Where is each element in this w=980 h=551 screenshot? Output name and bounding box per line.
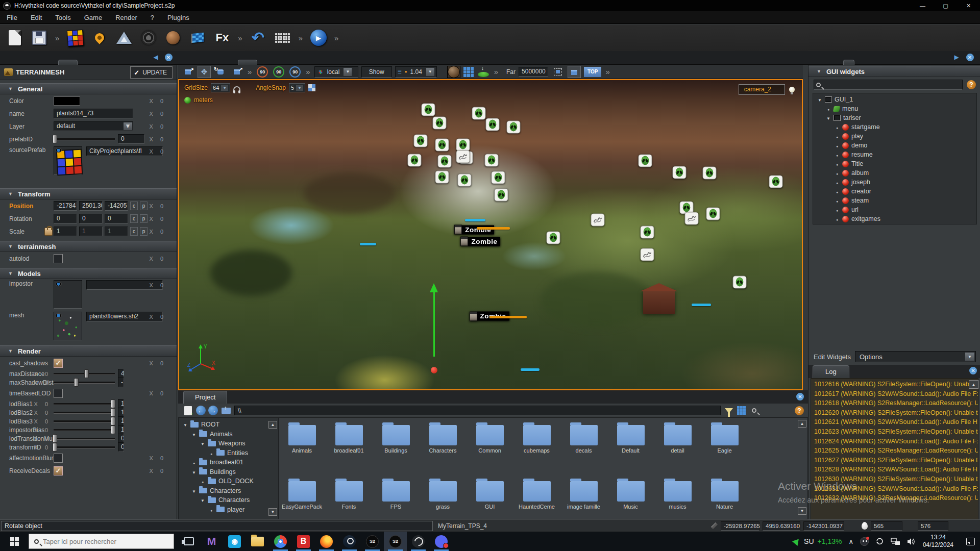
zoom-dropdown[interactable]: ☰ ● 1.04 ▼ bbox=[395, 66, 437, 78]
project-tree-item[interactable]: OLD_DOCK bbox=[179, 477, 278, 486]
grid-scroll-up[interactable]: ▲ bbox=[798, 420, 806, 428]
rotate-90-y-button[interactable]: 90 bbox=[272, 66, 285, 78]
rotate-90-z-button[interactable]: 90 bbox=[288, 66, 302, 78]
rotation-y[interactable]: 0 bbox=[79, 214, 103, 223]
asset-folder[interactable]: detail bbox=[664, 425, 692, 454]
entity-marker-icon[interactable] bbox=[408, 154, 422, 166]
paste-button[interactable]: p bbox=[140, 227, 148, 236]
close-project-icon[interactable]: ✕ bbox=[796, 393, 804, 400]
taskbar-app-obs[interactable] bbox=[407, 532, 430, 551]
section-general[interactable]: ▼ General bbox=[0, 83, 177, 94]
zombie-label[interactable]: Zombie bbox=[460, 237, 500, 246]
drop-to-ground-button[interactable] bbox=[477, 66, 490, 78]
frame-selected-button[interactable] bbox=[551, 66, 565, 78]
path-field[interactable]: \\ bbox=[234, 406, 721, 415]
taskbar-app-steam[interactable] bbox=[338, 532, 361, 551]
project-tree-item[interactable]: Characters bbox=[179, 495, 278, 505]
volume-icon[interactable] bbox=[907, 538, 916, 545]
menu-item[interactable]: Plugins bbox=[161, 14, 196, 21]
prefab-cube-button[interactable] bbox=[65, 28, 85, 47]
toolbar-overflow-icon[interactable]: » bbox=[247, 67, 253, 76]
widget-tree-item[interactable]: demo bbox=[813, 141, 976, 150]
paste-button[interactable]: p bbox=[140, 214, 148, 223]
toolbar-overflow-icon[interactable]: » bbox=[305, 67, 311, 76]
visibility-eye-icon[interactable] bbox=[55, 313, 62, 318]
visibility-eye-icon[interactable] bbox=[55, 148, 62, 153]
property-checkbox[interactable]: ✓ bbox=[54, 359, 63, 368]
taskbar-app-task-view[interactable] bbox=[177, 532, 200, 551]
log-entry[interactable]: 1012625 (WARNING) S2ResManager::LoadReso… bbox=[814, 447, 978, 457]
section-terrainmesh[interactable]: ▼ terrainmesh bbox=[0, 241, 177, 252]
toolbar-overflow-icon[interactable]: » bbox=[604, 67, 610, 76]
tree-bullet-icon[interactable] bbox=[200, 478, 205, 485]
asset-folder[interactable]: FPS bbox=[382, 481, 410, 510]
widget-tree-item[interactable]: resume bbox=[813, 150, 976, 159]
tree-bullet-icon[interactable] bbox=[183, 421, 188, 428]
asset-folder[interactable]: GUI bbox=[476, 481, 504, 510]
taskbar-app-discord[interactable] bbox=[430, 532, 453, 551]
left-panel-tab[interactable] bbox=[21, 60, 40, 65]
log-entry[interactable]: 1012632 (WARNING) S2ResManager::LoadReso… bbox=[814, 494, 978, 504]
widget-tree-item[interactable]: startgame bbox=[813, 122, 976, 132]
entity-marker-icon[interactable] bbox=[414, 135, 428, 147]
tree-bullet-icon[interactable] bbox=[826, 105, 831, 112]
property-checkbox[interactable]: ✓ bbox=[54, 454, 63, 463]
log-entry[interactable]: 1012620 (WARNING) S2FileSystem::FileOpen… bbox=[814, 409, 978, 419]
viewport-tab[interactable] bbox=[238, 60, 257, 65]
asset-folder[interactable]: Buildings bbox=[382, 425, 410, 454]
update-button[interactable]: ✓ UPDATE bbox=[130, 66, 173, 79]
paste-button[interactable]: p bbox=[140, 202, 148, 210]
layer-dropdown[interactable]: default ▼ bbox=[54, 121, 133, 131]
menu-item[interactable]: ? bbox=[144, 14, 161, 21]
property-slider[interactable] bbox=[54, 408, 115, 417]
widget-tree-item[interactable]: GUI_1 bbox=[813, 95, 976, 104]
select-tool-button[interactable]: ↗ bbox=[181, 66, 194, 78]
entity-marker-icon[interactable] bbox=[733, 276, 747, 288]
tree-bullet-icon[interactable] bbox=[200, 496, 205, 504]
asset-folder[interactable]: broadleaf01 bbox=[335, 425, 363, 454]
project-tree-item[interactable]: Entities bbox=[179, 448, 278, 458]
scale-y[interactable]: 1 bbox=[79, 227, 103, 236]
toolbar-overflow-icon[interactable]: » bbox=[237, 34, 243, 42]
keyboard-button[interactable] bbox=[273, 28, 292, 47]
property-checkbox[interactable]: ✓ bbox=[54, 389, 63, 398]
viewport-tab[interactable] bbox=[219, 60, 238, 65]
headphones-icon[interactable] bbox=[233, 86, 240, 91]
entity-marker-icon[interactable] bbox=[422, 104, 435, 116]
widget-tree-item[interactable]: creator bbox=[813, 187, 976, 196]
name-field[interactable]: plants014_73 bbox=[54, 109, 133, 118]
asset-folder[interactable]: Fonts bbox=[335, 481, 363, 510]
entity-marker-icon[interactable] bbox=[485, 118, 499, 131]
widget-tree-item[interactable]: url bbox=[813, 205, 976, 214]
taskbar-app-app-eye[interactable]: ◉ bbox=[223, 532, 246, 551]
log-entry[interactable]: 1012616 (WARNING) S2FileSystem::FileOpen… bbox=[814, 381, 978, 390]
forward-button[interactable]: → bbox=[208, 406, 218, 415]
copy-button[interactable]: c bbox=[130, 202, 138, 210]
taskbar-search[interactable] bbox=[29, 534, 174, 549]
entity-marker-icon[interactable] bbox=[641, 248, 654, 261]
log-entry[interactable]: 1012624 (WARNING) S2WAVSound::Load(): Au… bbox=[814, 438, 978, 447]
entity-marker-icon[interactable] bbox=[432, 117, 446, 130]
close-log-icon[interactable]: ✕ bbox=[969, 367, 977, 374]
entity-marker-icon[interactable] bbox=[457, 173, 471, 186]
rotation-z[interactable]: 0 bbox=[105, 214, 128, 223]
maximize-button[interactable]: ▢ bbox=[934, 0, 957, 11]
project-tree-item[interactable]: Weapons bbox=[179, 439, 278, 448]
grid-size-dropdown[interactable]: 64▼ bbox=[211, 83, 230, 92]
widget-tree-item[interactable]: menu bbox=[813, 104, 976, 113]
help-icon[interactable]: ? bbox=[967, 80, 976, 89]
entity-marker-icon[interactable] bbox=[638, 155, 652, 167]
widget-tree-item[interactable]: tariser bbox=[813, 113, 976, 122]
close-panel-icon[interactable]: ✕ bbox=[164, 53, 173, 61]
left-panel-tab[interactable] bbox=[3, 60, 21, 65]
toolbar-overflow-icon[interactable]: » bbox=[298, 34, 304, 42]
taskbar-app-chrome[interactable] bbox=[269, 532, 292, 551]
log-entry[interactable]: 1012623 (WARNING) S2FileSystem::FileOpen… bbox=[814, 428, 978, 438]
camera-name[interactable]: camera_2 bbox=[739, 84, 785, 95]
wheel-button[interactable] bbox=[139, 28, 158, 47]
location-pin-button[interactable] bbox=[90, 28, 109, 47]
position-z[interactable]: -14205 bbox=[105, 201, 128, 211]
asset-folder[interactable]: Music bbox=[617, 481, 645, 510]
taskbar-app-s2engine-active[interactable]: S2 bbox=[384, 532, 407, 551]
taskbar-app-app-m[interactable]: M bbox=[200, 532, 223, 551]
